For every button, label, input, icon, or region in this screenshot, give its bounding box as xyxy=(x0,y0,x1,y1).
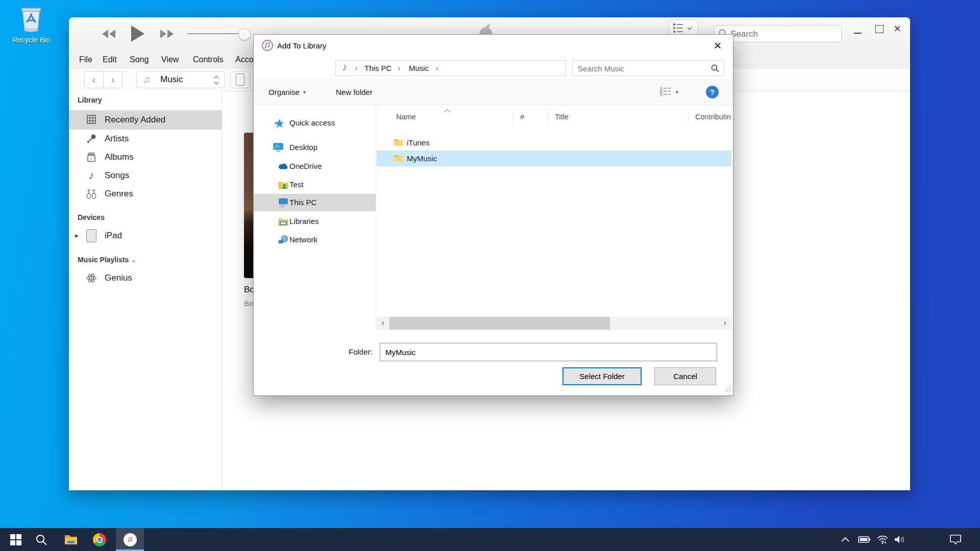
scrollbar-thumb[interactable] xyxy=(389,317,610,330)
tree-item-this-pc[interactable]: This PC xyxy=(254,194,376,211)
dialog-title: Add To Library xyxy=(277,35,326,57)
tree-item-network[interactable]: Network xyxy=(254,231,376,249)
dialog-close-icon[interactable]: × xyxy=(709,37,726,54)
microphone-icon xyxy=(84,132,99,145)
onedrive-cloud-icon xyxy=(278,161,288,171)
file-row-mymusic-selected[interactable]: MyMusic xyxy=(377,151,731,166)
volume-slider-knob[interactable] xyxy=(238,28,251,40)
view-mode-button[interactable]: ▾ xyxy=(660,79,678,105)
menu-controls[interactable]: Controls xyxy=(193,50,224,69)
sidebar-item-artists[interactable]: Artists xyxy=(69,130,222,148)
pane-divider[interactable] xyxy=(376,105,376,330)
resize-grip[interactable] xyxy=(725,385,731,393)
wifi-icon[interactable] xyxy=(874,528,891,551)
breadcrumb-sep[interactable]: › xyxy=(398,61,400,76)
sidebar-item-albums[interactable]: ♪ Albums xyxy=(69,148,222,166)
chrome-icon xyxy=(93,533,106,546)
breadcrumb-sep: › xyxy=(355,61,357,76)
sidebar-item-ipad[interactable]: ▸ iPad xyxy=(69,227,222,245)
file-row-itunes[interactable]: iTunes xyxy=(377,135,731,151)
sidebar-item-genius[interactable]: Genius xyxy=(69,269,222,287)
scroll-right-arrow[interactable]: › xyxy=(719,317,731,330)
dialog-search-box[interactable] xyxy=(572,60,724,76)
taskbar-file-explorer-button[interactable] xyxy=(59,528,83,551)
search-icon[interactable] xyxy=(711,64,719,74)
folder-icon xyxy=(394,138,403,148)
devices-header: Devices xyxy=(78,213,105,221)
tree-item-quick-access[interactable]: Quick access xyxy=(254,114,376,132)
quick-access-star-icon xyxy=(274,118,284,128)
tray-expand-chevron[interactable] xyxy=(837,528,853,551)
close-button[interactable]: × xyxy=(894,21,901,36)
menu-file[interactable]: File xyxy=(79,50,92,69)
taskbar-chrome-button[interactable] xyxy=(88,528,111,551)
atom-icon xyxy=(84,271,99,285)
recycle-bin[interactable]: Recycle Bin xyxy=(9,5,53,44)
windows-logo-icon xyxy=(10,534,21,545)
sidebar-item-recently-added[interactable]: Recently Added xyxy=(69,110,222,130)
menu-edit[interactable]: Edit xyxy=(103,50,117,69)
sidebar-item-genres[interactable]: Genres xyxy=(69,185,222,203)
minimize-button[interactable] xyxy=(854,33,862,34)
cancel-button[interactable]: Cancel xyxy=(654,367,716,385)
forward-button[interactable] xyxy=(160,30,174,40)
column-header-title[interactable]: Title xyxy=(555,108,569,126)
libraries-icon xyxy=(278,216,288,227)
column-divider[interactable] xyxy=(688,111,689,124)
column-header-contributing-artists[interactable]: Contributing artists xyxy=(695,108,731,126)
breadcrumb-bar[interactable]: ♪ › This PC › Music › ↻ xyxy=(335,60,566,76)
dialog-titlebar[interactable]: Add To Library × xyxy=(254,35,733,57)
taskbar-itunes-button[interactable] xyxy=(116,528,144,551)
ipad-device-icon xyxy=(84,229,99,242)
desktop: Recycle Bin xyxy=(0,0,980,551)
recycle-bin-icon xyxy=(9,5,53,35)
help-button[interactable]: ? xyxy=(706,86,719,98)
tree-item-desktop[interactable]: Desktop xyxy=(254,138,376,157)
column-header-name[interactable]: Name xyxy=(396,108,416,126)
battery-icon[interactable] xyxy=(855,528,873,551)
music-playlists-header[interactable]: Music Playlists ⌄ xyxy=(78,256,137,264)
tree-item-libraries[interactable]: Libraries xyxy=(254,212,376,231)
breadcrumb-music[interactable]: Music xyxy=(409,61,429,76)
scroll-left-arrow[interactable]: ‹ xyxy=(377,317,389,330)
file-explorer-icon xyxy=(64,534,78,545)
taskbar-search-button[interactable] xyxy=(30,528,53,551)
new-folder-button[interactable]: New folder xyxy=(336,79,373,105)
taskbar xyxy=(0,528,980,551)
organise-button[interactable]: Organise ▾ xyxy=(268,79,306,105)
ipad-icon xyxy=(236,73,244,86)
itunes-sidebar: Library Recently Added Artists ♪ Albums xyxy=(69,91,222,490)
nav-back-button[interactable]: ‹ xyxy=(84,71,104,88)
dialog-search-input[interactable] xyxy=(577,61,706,76)
horizontal-scrollbar[interactable]: ‹ › xyxy=(377,317,731,330)
breadcrumb-sep[interactable]: › xyxy=(436,61,438,76)
menu-view[interactable]: View xyxy=(161,50,179,69)
tree-item-test[interactable]: Test xyxy=(254,176,376,194)
rewind-button[interactable] xyxy=(102,30,116,40)
column-divider[interactable] xyxy=(548,111,548,124)
play-button[interactable] xyxy=(130,26,144,44)
volume-icon[interactable] xyxy=(891,528,909,551)
select-folder-button[interactable]: Select Folder xyxy=(562,367,642,385)
library-selector[interactable]: ♫ Music xyxy=(136,71,225,88)
breadcrumb-this-pc[interactable]: This PC xyxy=(364,61,391,76)
tree-item-onedrive[interactable]: OneDrive xyxy=(254,157,376,176)
start-button[interactable] xyxy=(4,528,28,551)
action-center-icon[interactable] xyxy=(945,528,966,551)
nav-forward-button[interactable]: › xyxy=(103,71,122,88)
desktop-icon xyxy=(273,142,283,153)
maximize-button[interactable] xyxy=(875,25,884,33)
folder-name-input[interactable] xyxy=(380,343,717,361)
details-view-icon xyxy=(660,87,671,96)
itunes-search-input[interactable] xyxy=(729,26,839,42)
column-divider[interactable] xyxy=(513,111,513,124)
column-header-number[interactable]: # xyxy=(520,108,524,126)
sidebar-item-songs[interactable]: ♪ Songs xyxy=(69,166,222,185)
add-to-library-dialog: Add To Library × ← → ↑ ♪ › This PC › Mus… xyxy=(253,34,733,396)
expand-caret-icon[interactable]: ▸ xyxy=(75,227,79,245)
menu-song[interactable]: Song xyxy=(130,50,149,69)
library-header: Library xyxy=(78,96,102,104)
device-button[interactable] xyxy=(230,71,250,88)
itunes-icon xyxy=(124,533,137,546)
volume-slider-track[interactable] xyxy=(187,33,244,34)
